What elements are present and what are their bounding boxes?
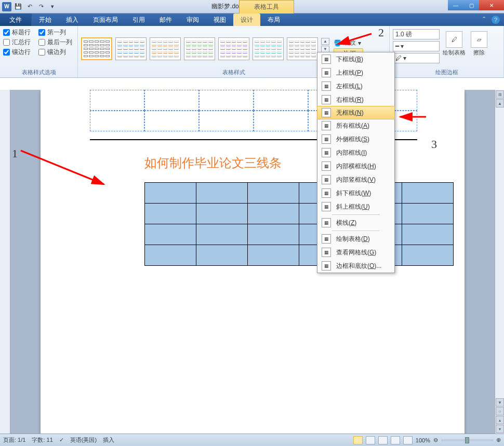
checkbox-input[interactable]: [3, 39, 10, 46]
table-cell[interactable]: [402, 245, 454, 266]
table-cell[interactable]: [196, 224, 248, 245]
checkbox-input[interactable]: [38, 39, 45, 46]
scroll-down-icon[interactable]: ▼: [496, 398, 504, 407]
save-icon[interactable]: 💾: [14, 2, 23, 11]
table-cell[interactable]: [145, 245, 196, 266]
border-menu-item-7[interactable]: ▦内部框线(I): [317, 146, 394, 159]
gallery-down-icon[interactable]: ▼: [321, 46, 329, 52]
status-mode[interactable]: 插入: [103, 436, 114, 444]
outline-view[interactable]: [391, 436, 400, 444]
zoom-out-icon[interactable]: ⊖: [433, 437, 438, 443]
vertical-ruler[interactable]: [0, 90, 10, 434]
table-cell[interactable]: [402, 224, 454, 245]
border-menu-item-4[interactable]: ▦无框线(N): [317, 106, 395, 119]
border-menu-item-3[interactable]: ▦右框线(R): [317, 93, 394, 106]
prev-page-icon[interactable]: ▴: [496, 416, 504, 424]
border-menu-item-13[interactable]: ▦横线(Z): [317, 216, 394, 229]
checkbox-input[interactable]: [38, 49, 45, 56]
zoom-in-icon[interactable]: ⊕: [496, 437, 501, 443]
ruler-toggle-icon[interactable]: ⊞: [496, 90, 504, 99]
table-cell[interactable]: [248, 224, 299, 245]
status-language[interactable]: 英语(美国): [70, 436, 97, 444]
table-cell[interactable]: [248, 245, 299, 266]
redo-icon[interactable]: ↷: [36, 2, 46, 11]
pen-color-combo[interactable]: ━ ▾: [393, 41, 440, 51]
checkbox-3[interactable]: 最后一列: [38, 38, 75, 47]
checkbox-1[interactable]: 第一列: [38, 28, 75, 37]
word-icon[interactable]: W: [2, 2, 11, 11]
maximize-button[interactable]: ▢: [463, 0, 479, 10]
table-cell[interactable]: [196, 245, 248, 266]
ribbon-tab-4[interactable]: 邮件: [152, 13, 179, 26]
minimize-ribbon-icon[interactable]: ⌃: [482, 16, 486, 24]
border-menu-item-16[interactable]: ▦查看网格线(G): [317, 246, 394, 259]
border-menu-item-5[interactable]: ▦所有框线(A): [317, 119, 394, 132]
close-button[interactable]: ✕: [479, 0, 504, 10]
undo-icon[interactable]: ↶: [25, 2, 34, 11]
line-style-combo[interactable]: 🖊 ▾: [393, 53, 440, 63]
border-menu-item-9[interactable]: ▦内部竖框线(V): [317, 173, 394, 186]
ribbon-tab-7[interactable]: 设计: [233, 13, 260, 26]
scroll-up-icon[interactable]: ▲: [496, 99, 504, 107]
border-menu-item-15[interactable]: ▦绘制表格(D): [317, 232, 394, 246]
ribbon-tab-0[interactable]: 开始: [32, 13, 59, 26]
border-menu-item-10[interactable]: ▦斜下框线(W): [317, 186, 394, 200]
border-menu-item-0[interactable]: ▦下框线(B): [317, 52, 394, 66]
line-weight-combo[interactable]: 1.0 磅: [393, 29, 440, 39]
border-menu-item-8[interactable]: ▦内部横框线(H): [317, 159, 394, 173]
checkbox-4[interactable]: 镶边行: [3, 48, 33, 57]
table-cell[interactable]: [196, 204, 248, 224]
status-words[interactable]: 字数: 11: [32, 436, 52, 444]
file-tab[interactable]: 文件: [0, 13, 32, 26]
gallery-up-icon[interactable]: ▲: [321, 38, 329, 45]
fullscreen-reading-view[interactable]: [366, 436, 375, 444]
table-cell[interactable]: [145, 224, 196, 245]
table-cell[interactable]: [402, 183, 454, 204]
draft-view[interactable]: [403, 436, 413, 444]
checkbox-input[interactable]: [38, 29, 45, 36]
ribbon-tab-8[interactable]: 布局: [260, 13, 287, 26]
table-cell[interactable]: [248, 204, 299, 224]
table-cell[interactable]: [196, 183, 248, 204]
document-heading[interactable]: 如何制作毕业论文三线条: [144, 155, 282, 171]
table-cell[interactable]: [145, 183, 196, 204]
checkbox-2[interactable]: 汇总行: [3, 38, 33, 47]
eraser-button[interactable]: ▱ 擦除: [471, 31, 487, 67]
next-page-icon[interactable]: ▾: [496, 425, 504, 433]
style-gallery-item[interactable]: [150, 37, 181, 60]
style-gallery-item[interactable]: [81, 37, 112, 60]
border-menu-item-1[interactable]: ▦上框线(P): [317, 66, 394, 79]
ribbon-tab-3[interactable]: 引用: [125, 13, 152, 26]
qat-customize-icon[interactable]: ▾: [48, 2, 57, 11]
ribbon-tab-5[interactable]: 审阅: [179, 13, 206, 26]
border-menu-item-11[interactable]: ▦斜上框线(U): [317, 200, 394, 213]
style-gallery-item[interactable]: [115, 37, 147, 60]
checkbox-5[interactable]: 镶边列: [38, 48, 75, 57]
minimize-button[interactable]: —: [448, 0, 463, 10]
checkbox-input[interactable]: [3, 49, 10, 56]
vertical-scrollbar[interactable]: ⊞ ▲ ▼ ○ ▴ ▾: [495, 90, 504, 434]
border-menu-item-17[interactable]: ▦边框和底纹(O)...: [317, 259, 394, 273]
ribbon-tab-2[interactable]: 页面布局: [86, 13, 125, 26]
help-icon[interactable]: ?: [492, 16, 500, 24]
border-menu-item-2[interactable]: ▦左框线(L): [317, 79, 394, 93]
table-cell[interactable]: [248, 183, 299, 204]
checkbox-input[interactable]: [3, 29, 10, 36]
style-gallery-item[interactable]: [184, 37, 215, 60]
zoom-slider[interactable]: [441, 439, 493, 441]
print-layout-view[interactable]: [353, 436, 363, 444]
selected-table[interactable]: [144, 182, 454, 266]
browse-object-icon[interactable]: ○: [496, 407, 504, 415]
ribbon-tab-1[interactable]: 插入: [59, 13, 86, 26]
status-page[interactable]: 页面: 1/1: [3, 436, 25, 444]
border-menu-item-6[interactable]: ▦外侧框线(S): [317, 132, 394, 146]
draw-table-button[interactable]: 🖊 绘制表格: [443, 31, 466, 67]
style-gallery-item[interactable]: [253, 37, 284, 60]
shading-dropdown[interactable]: 🪣 底纹 ▾: [334, 38, 363, 47]
web-layout-view[interactable]: [378, 436, 388, 444]
ribbon-tab-6[interactable]: 视图: [206, 13, 233, 26]
zoom-level[interactable]: 100%: [416, 437, 430, 443]
spellcheck-icon[interactable]: ✓: [59, 437, 64, 443]
checkbox-0[interactable]: 标题行: [3, 28, 33, 37]
table-cell[interactable]: [402, 204, 454, 224]
